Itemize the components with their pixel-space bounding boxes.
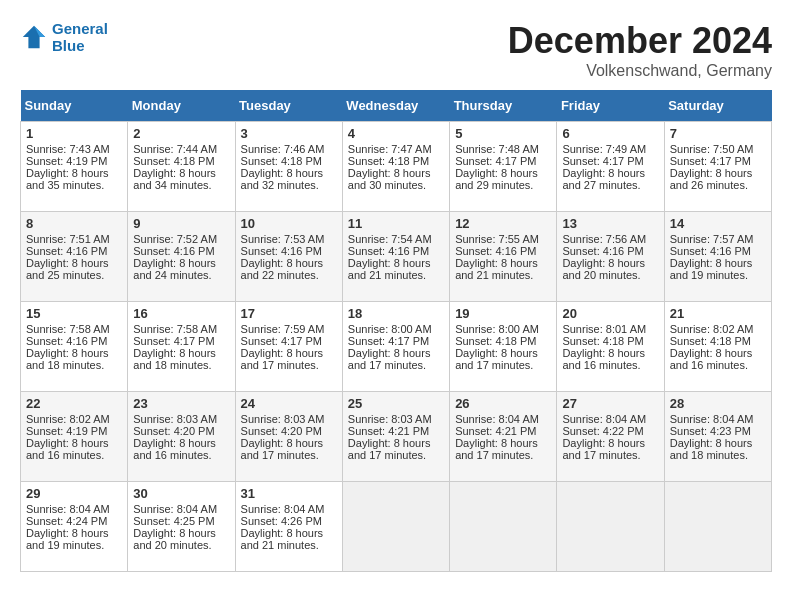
day-info: Sunset: 4:16 PM bbox=[241, 245, 337, 257]
day-info: Daylight: 8 hours bbox=[348, 167, 444, 179]
day-info: and 24 minutes. bbox=[133, 269, 229, 281]
day-info: Sunrise: 7:59 AM bbox=[241, 323, 337, 335]
day-info: Sunrise: 8:02 AM bbox=[670, 323, 766, 335]
day-info: Daylight: 8 hours bbox=[670, 437, 766, 449]
day-info: Daylight: 8 hours bbox=[26, 167, 122, 179]
calendar-cell: 25Sunrise: 8:03 AMSunset: 4:21 PMDayligh… bbox=[342, 392, 449, 482]
day-number: 20 bbox=[562, 306, 658, 321]
logo: General Blue bbox=[20, 20, 108, 54]
day-info: Sunset: 4:22 PM bbox=[562, 425, 658, 437]
day-info: and 21 minutes. bbox=[241, 539, 337, 551]
day-number: 11 bbox=[348, 216, 444, 231]
calendar-cell: 10Sunrise: 7:53 AMSunset: 4:16 PMDayligh… bbox=[235, 212, 342, 302]
day-info: and 18 minutes. bbox=[670, 449, 766, 461]
day-number: 3 bbox=[241, 126, 337, 141]
day-info: Sunrise: 8:03 AM bbox=[241, 413, 337, 425]
day-info: and 17 minutes. bbox=[348, 449, 444, 461]
title-area: December 2024 Volkenschwand, Germany bbox=[508, 20, 772, 80]
day-info: Daylight: 8 hours bbox=[241, 257, 337, 269]
day-info: and 18 minutes. bbox=[26, 359, 122, 371]
calendar-cell: 26Sunrise: 8:04 AMSunset: 4:21 PMDayligh… bbox=[450, 392, 557, 482]
day-number: 27 bbox=[562, 396, 658, 411]
calendar-cell: 1Sunrise: 7:43 AMSunset: 4:19 PMDaylight… bbox=[21, 122, 128, 212]
day-info: and 16 minutes. bbox=[133, 449, 229, 461]
calendar-header-row: SundayMondayTuesdayWednesdayThursdayFrid… bbox=[21, 90, 772, 122]
day-info: and 17 minutes. bbox=[455, 359, 551, 371]
day-info: Daylight: 8 hours bbox=[348, 257, 444, 269]
day-info: and 17 minutes. bbox=[348, 359, 444, 371]
day-info: Sunrise: 8:03 AM bbox=[348, 413, 444, 425]
day-info: Sunset: 4:16 PM bbox=[26, 335, 122, 347]
day-number: 2 bbox=[133, 126, 229, 141]
day-info: Sunset: 4:18 PM bbox=[348, 155, 444, 167]
day-info: and 30 minutes. bbox=[348, 179, 444, 191]
day-info: Sunrise: 8:00 AM bbox=[455, 323, 551, 335]
day-number: 10 bbox=[241, 216, 337, 231]
day-info: Sunrise: 7:58 AM bbox=[26, 323, 122, 335]
day-info: Daylight: 8 hours bbox=[241, 437, 337, 449]
day-info: Sunrise: 8:04 AM bbox=[455, 413, 551, 425]
calendar-cell: 5Sunrise: 7:48 AMSunset: 4:17 PMDaylight… bbox=[450, 122, 557, 212]
day-number: 14 bbox=[670, 216, 766, 231]
day-info: Sunrise: 7:58 AM bbox=[133, 323, 229, 335]
calendar-cell: 17Sunrise: 7:59 AMSunset: 4:17 PMDayligh… bbox=[235, 302, 342, 392]
day-info: and 16 minutes. bbox=[670, 359, 766, 371]
day-number: 8 bbox=[26, 216, 122, 231]
calendar-cell: 20Sunrise: 8:01 AMSunset: 4:18 PMDayligh… bbox=[557, 302, 664, 392]
day-info: Daylight: 8 hours bbox=[26, 347, 122, 359]
day-info: Sunrise: 7:44 AM bbox=[133, 143, 229, 155]
day-info: Daylight: 8 hours bbox=[455, 167, 551, 179]
day-info: Daylight: 8 hours bbox=[562, 437, 658, 449]
day-info: Sunrise: 7:46 AM bbox=[241, 143, 337, 155]
day-info: and 22 minutes. bbox=[241, 269, 337, 281]
day-info: Daylight: 8 hours bbox=[562, 167, 658, 179]
day-number: 19 bbox=[455, 306, 551, 321]
day-info: Sunset: 4:16 PM bbox=[348, 245, 444, 257]
day-info: and 20 minutes. bbox=[562, 269, 658, 281]
day-info: Sunset: 4:16 PM bbox=[455, 245, 551, 257]
day-info: Sunset: 4:16 PM bbox=[133, 245, 229, 257]
calendar-cell: 15Sunrise: 7:58 AMSunset: 4:16 PMDayligh… bbox=[21, 302, 128, 392]
day-info: and 25 minutes. bbox=[26, 269, 122, 281]
day-info: Sunset: 4:17 PM bbox=[348, 335, 444, 347]
calendar-cell bbox=[342, 482, 449, 572]
calendar-cell: 13Sunrise: 7:56 AMSunset: 4:16 PMDayligh… bbox=[557, 212, 664, 302]
day-info: Sunrise: 8:04 AM bbox=[133, 503, 229, 515]
day-info: Daylight: 8 hours bbox=[133, 257, 229, 269]
calendar-cell: 30Sunrise: 8:04 AMSunset: 4:25 PMDayligh… bbox=[128, 482, 235, 572]
day-info: Daylight: 8 hours bbox=[562, 257, 658, 269]
day-info: and 32 minutes. bbox=[241, 179, 337, 191]
day-info: and 20 minutes. bbox=[133, 539, 229, 551]
day-info: Sunrise: 8:04 AM bbox=[562, 413, 658, 425]
day-info: Sunrise: 7:48 AM bbox=[455, 143, 551, 155]
day-info: Daylight: 8 hours bbox=[133, 167, 229, 179]
day-info: Sunrise: 7:57 AM bbox=[670, 233, 766, 245]
day-info: Sunset: 4:21 PM bbox=[455, 425, 551, 437]
day-info: Daylight: 8 hours bbox=[455, 257, 551, 269]
day-info: Sunset: 4:23 PM bbox=[670, 425, 766, 437]
day-info: and 21 minutes. bbox=[455, 269, 551, 281]
calendar-cell: 9Sunrise: 7:52 AMSunset: 4:16 PMDaylight… bbox=[128, 212, 235, 302]
calendar-day-header: Tuesday bbox=[235, 90, 342, 122]
day-number: 9 bbox=[133, 216, 229, 231]
calendar-cell: 29Sunrise: 8:04 AMSunset: 4:24 PMDayligh… bbox=[21, 482, 128, 572]
day-info: Sunset: 4:19 PM bbox=[26, 155, 122, 167]
day-info: and 27 minutes. bbox=[562, 179, 658, 191]
day-info: Sunrise: 7:56 AM bbox=[562, 233, 658, 245]
day-info: Daylight: 8 hours bbox=[241, 347, 337, 359]
day-info: Sunrise: 8:03 AM bbox=[133, 413, 229, 425]
day-info: and 35 minutes. bbox=[26, 179, 122, 191]
calendar-cell: 21Sunrise: 8:02 AMSunset: 4:18 PMDayligh… bbox=[664, 302, 771, 392]
day-info: Sunset: 4:16 PM bbox=[562, 245, 658, 257]
day-info: Sunrise: 8:04 AM bbox=[241, 503, 337, 515]
calendar-cell: 23Sunrise: 8:03 AMSunset: 4:20 PMDayligh… bbox=[128, 392, 235, 482]
day-info: Daylight: 8 hours bbox=[26, 527, 122, 539]
day-info: Daylight: 8 hours bbox=[455, 437, 551, 449]
day-number: 28 bbox=[670, 396, 766, 411]
day-number: 5 bbox=[455, 126, 551, 141]
day-info: Sunset: 4:18 PM bbox=[133, 155, 229, 167]
calendar-day-header: Sunday bbox=[21, 90, 128, 122]
day-info: Sunset: 4:20 PM bbox=[241, 425, 337, 437]
day-info: Sunset: 4:18 PM bbox=[455, 335, 551, 347]
day-info: Sunrise: 7:49 AM bbox=[562, 143, 658, 155]
